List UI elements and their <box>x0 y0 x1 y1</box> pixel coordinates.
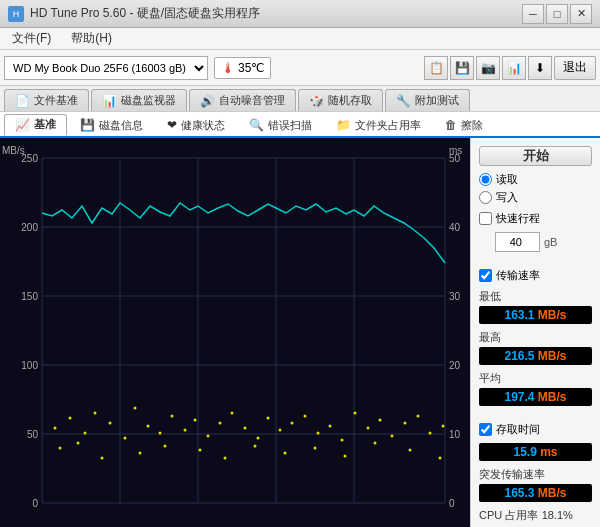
toolbar-icon-5[interactable]: ⬇ <box>528 56 552 80</box>
device-select[interactable]: WD My Book Duo 25F6 (16003 gB) <box>4 56 208 80</box>
transfer-rate-checkbox-label[interactable]: 传输速率 <box>479 268 592 283</box>
cpu-usage-row: CPU 占用率 18.1% <box>479 508 592 523</box>
write-radio[interactable] <box>479 191 492 204</box>
quick-test-checkbox[interactable] <box>479 212 492 225</box>
temperature-value: 35℃ <box>238 61 264 75</box>
svg-point-56 <box>417 415 420 418</box>
svg-point-38 <box>194 419 197 422</box>
max-value-box: 216.5 MB/s <box>479 347 592 365</box>
cpu-label: CPU 占用率 <box>479 509 538 521</box>
sidebar: 开始 读取 写入 快速行程 gB 传输速率 最低 <box>470 138 600 527</box>
tab-extra-tests[interactable]: 🔧 附加测试 <box>385 89 470 111</box>
quick-test-value-row: gB <box>495 232 592 252</box>
svg-rect-0 <box>0 138 470 527</box>
svg-text:20: 20 <box>449 360 461 371</box>
svg-point-44 <box>267 417 270 420</box>
benchmark-chart: 250 200 150 100 50 0 MB/s 50 40 30 20 10… <box>0 138 470 527</box>
svg-point-72 <box>439 457 442 460</box>
subtab-icon-health: ❤ <box>167 118 177 132</box>
min-value-box: 163.1 MB/s <box>479 306 592 324</box>
access-time-checkbox[interactable] <box>479 423 492 436</box>
burst-rate-label: 突发传输速率 <box>479 467 592 482</box>
svg-point-40 <box>219 422 222 425</box>
toolbar-icon-1[interactable]: 📋 <box>424 56 448 80</box>
svg-text:100: 100 <box>21 360 38 371</box>
svg-point-63 <box>164 445 167 448</box>
toolbar-icons: 📋 💾 📷 📊 ⬇ 退出 <box>424 56 596 80</box>
svg-point-66 <box>254 445 257 448</box>
tab-random-access[interactable]: 🎲 随机存取 <box>298 89 383 111</box>
main-content: 250 200 150 100 50 0 MB/s 50 40 30 20 10… <box>0 138 600 527</box>
temperature-badge: 🌡 35℃ <box>214 57 271 79</box>
exit-button[interactable]: 退出 <box>554 56 596 80</box>
thermometer-icon: 🌡 <box>221 60 235 76</box>
svg-text:40: 40 <box>449 222 461 233</box>
avg-value-box: 197.4 MB/s <box>479 388 592 406</box>
svg-text:50: 50 <box>27 429 39 440</box>
toolbar-icon-4[interactable]: 📊 <box>502 56 526 80</box>
svg-point-45 <box>279 429 282 432</box>
svg-text:200: 200 <box>21 222 38 233</box>
subtab-disk-info[interactable]: 💾 磁盘信息 <box>69 114 154 136</box>
read-radio-label[interactable]: 读取 <box>479 172 592 187</box>
subtab-benchmark[interactable]: 📈 基准 <box>4 114 67 136</box>
svg-text:ms: ms <box>449 145 462 156</box>
subtab-folder-usage[interactable]: 📁 文件夹占用率 <box>325 114 432 136</box>
quick-test-unit: gB <box>544 236 557 248</box>
svg-point-47 <box>304 415 307 418</box>
max-unit: MB/s <box>538 349 567 363</box>
svg-point-65 <box>224 457 227 460</box>
svg-point-46 <box>291 422 294 425</box>
subtab-error-scan[interactable]: 🔍 错误扫描 <box>238 114 323 136</box>
svg-point-39 <box>207 435 210 438</box>
min-unit: MB/s <box>538 308 567 322</box>
minimize-button[interactable]: ─ <box>522 4 544 24</box>
svg-point-52 <box>367 427 370 430</box>
svg-point-43 <box>257 437 260 440</box>
chart-area: 250 200 150 100 50 0 MB/s 50 40 30 20 10… <box>0 138 470 527</box>
avg-label: 平均 <box>479 371 592 386</box>
svg-text:150: 150 <box>21 291 38 302</box>
title-bar-buttons: ─ □ ✕ <box>522 4 592 24</box>
transfer-rate-checkbox[interactable] <box>479 269 492 282</box>
svg-text:30: 30 <box>449 291 461 302</box>
menu-help[interactable]: 帮助(H) <box>63 28 120 49</box>
title-bar: H HD Tune Pro 5.60 - 硬盘/固态硬盘实用程序 ─ □ ✕ <box>0 0 600 28</box>
title-bar-left: H HD Tune Pro 5.60 - 硬盘/固态硬盘实用程序 <box>8 5 260 22</box>
svg-text:0: 0 <box>449 498 455 509</box>
tab-noise-mgmt[interactable]: 🔊 自动噪音管理 <box>189 89 296 111</box>
tabs-row1: 📄 文件基准 📊 磁盘监视器 🔊 自动噪音管理 🎲 随机存取 🔧 附加测试 <box>0 86 600 112</box>
read-radio[interactable] <box>479 173 492 186</box>
max-stat: 最高 216.5 MB/s <box>479 330 592 365</box>
svg-point-69 <box>344 455 347 458</box>
svg-point-28 <box>69 417 72 420</box>
start-button[interactable]: 开始 <box>479 146 592 166</box>
toolbar-icon-3[interactable]: 📷 <box>476 56 500 80</box>
quick-test-input[interactable] <box>495 232 540 252</box>
toolbar-icon-2[interactable]: 💾 <box>450 56 474 80</box>
svg-point-64 <box>199 449 202 452</box>
subtab-health[interactable]: ❤ 健康状态 <box>156 114 236 136</box>
write-radio-label[interactable]: 写入 <box>479 190 592 205</box>
tab-file-benchmark[interactable]: 📄 文件基准 <box>4 89 89 111</box>
svg-point-60 <box>77 442 80 445</box>
svg-point-31 <box>109 422 112 425</box>
svg-point-68 <box>314 447 317 450</box>
svg-point-59 <box>59 447 62 450</box>
avg-stat: 平均 197.4 MB/s <box>479 371 592 406</box>
menu-bar: 文件(F) 帮助(H) <box>0 28 600 50</box>
close-button[interactable]: ✕ <box>570 4 592 24</box>
maximize-button[interactable]: □ <box>546 4 568 24</box>
tab-disk-monitor[interactable]: 📊 磁盘监视器 <box>91 89 187 111</box>
burst-rate-stat: 突发传输速率 165.3 MB/s <box>479 467 592 502</box>
menu-file[interactable]: 文件(F) <box>4 28 59 49</box>
svg-point-34 <box>147 425 150 428</box>
quick-test-checkbox-label[interactable]: 快速行程 <box>479 211 592 226</box>
subtab-icon-diskinfo: 💾 <box>80 118 95 132</box>
burst-rate-unit: MB/s <box>538 486 567 500</box>
subtab-icon-benchmark: 📈 <box>15 118 30 132</box>
subtab-erase[interactable]: 🗑 擦除 <box>434 114 494 136</box>
max-label: 最高 <box>479 330 592 345</box>
access-time-checkbox-label[interactable]: 存取时间 <box>479 422 592 437</box>
svg-point-48 <box>317 432 320 435</box>
